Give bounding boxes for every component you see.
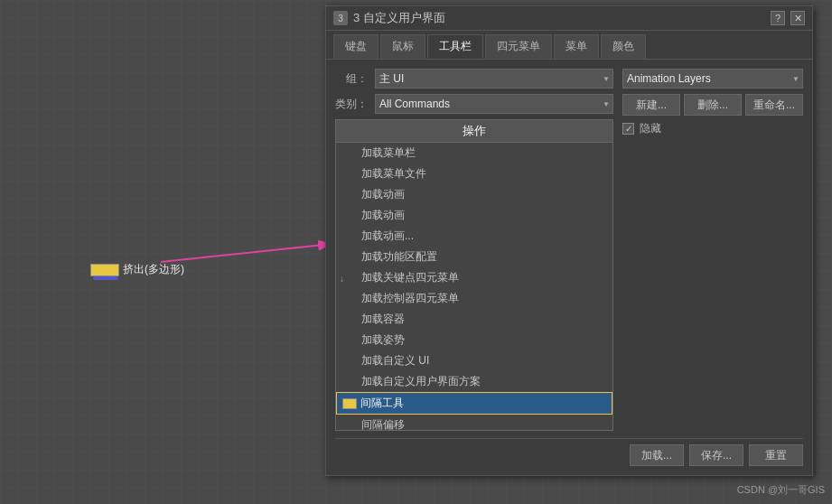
- watermark: CSDN @刘一哥GIS: [737, 483, 825, 497]
- list-item[interactable]: 加载动画...: [336, 226, 612, 247]
- tab-color[interactable]: 颜色: [601, 34, 646, 59]
- save-button[interactable]: 保存...: [689, 444, 743, 466]
- tab-keyboard[interactable]: 键盘: [333, 34, 379, 59]
- list-item[interactable]: 加载自定义用户界面方案: [336, 371, 612, 392]
- tab-quad-menu[interactable]: 四元菜单: [485, 34, 552, 59]
- category-label: 类别：: [335, 97, 368, 112]
- list-item[interactable]: 加载动画: [336, 184, 612, 205]
- reset-button[interactable]: 重置: [749, 444, 803, 466]
- tab-menu[interactable]: 菜单: [554, 34, 599, 59]
- close-button[interactable]: ✕: [790, 11, 805, 25]
- list-item[interactable]: 加载菜单文件: [336, 163, 612, 184]
- commands-list[interactable]: 加载菜单栏 加载菜单文件 加载动画 加载动画 加载动画... 加载功能区配置 ↓…: [335, 142, 613, 431]
- left-column: 组： 主 UI 类别： All Commands: [335, 69, 613, 431]
- list-item[interactable]: 加载自定义 UI: [336, 350, 612, 371]
- group-select[interactable]: 主 UI: [375, 69, 613, 89]
- load-button[interactable]: 加载...: [630, 444, 684, 466]
- anim-layers-select-wrapper: Animation Layers: [622, 69, 803, 89]
- dialog-icon: 3: [333, 11, 348, 25]
- list-item[interactable]: 加载菜单栏: [336, 143, 612, 163]
- right-column: Animation Layers 新建... 删除... 重命名... 隐藏: [622, 69, 803, 431]
- list-item[interactable]: 加载容器: [336, 309, 612, 330]
- list-item[interactable]: 加载姿势: [336, 330, 612, 350]
- title-bar-left: 3 3 自定义用户界面: [333, 10, 445, 26]
- tab-bar: 键盘 鼠标 工具栏 四元菜单 菜单 颜色: [326, 31, 812, 60]
- rename-button[interactable]: 重命名...: [745, 94, 803, 116]
- dialog-title: 3 自定义用户界面: [353, 10, 445, 26]
- bottom-bar: 加载... 保存... 重置: [335, 438, 803, 466]
- list-item[interactable]: ↓ 加载关键点四元菜单: [336, 267, 612, 288]
- list-item-selected[interactable]: 间隔工具: [336, 392, 612, 415]
- node-text: 挤出(多边形): [123, 262, 184, 277]
- help-button[interactable]: ?: [771, 11, 785, 25]
- commands-header: 操作: [335, 119, 613, 142]
- anim-layers-select[interactable]: Animation Layers: [622, 69, 803, 89]
- list-item[interactable]: 加载功能区配置: [336, 247, 612, 267]
- node-icon: [90, 264, 119, 276]
- hide-label: 隐藏: [640, 121, 661, 136]
- category-select[interactable]: All Commands: [375, 94, 613, 114]
- group-label: 组：: [335, 71, 368, 87]
- group-row: 组： 主 UI: [335, 69, 613, 89]
- hide-row: 隐藏: [622, 121, 803, 136]
- hide-checkbox[interactable]: [622, 123, 634, 135]
- title-bar-controls: ? ✕: [771, 11, 805, 25]
- dialog: 3 3 自定义用户界面 ? ✕ 键盘 鼠标 工具栏 四元菜单 菜单 颜色 组：: [325, 5, 813, 476]
- tab-toolbar[interactable]: 工具栏: [427, 34, 483, 59]
- list-item[interactable]: 加载控制器四元菜单: [336, 288, 612, 309]
- title-bar: 3 3 自定义用户界面 ? ✕: [326, 6, 812, 31]
- group-select-wrapper: 主 UI: [375, 69, 613, 89]
- node-label: 挤出(多边形): [90, 262, 184, 277]
- new-delete-rename-row: 新建... 删除... 重命名...: [622, 94, 803, 116]
- tab-mouse[interactable]: 鼠标: [380, 34, 425, 59]
- category-row: 类别： All Commands: [335, 94, 613, 114]
- new-button[interactable]: 新建...: [622, 94, 680, 116]
- delete-button[interactable]: 删除...: [684, 94, 742, 116]
- list-item[interactable]: 间隔偏移: [336, 415, 612, 431]
- category-select-wrapper: All Commands: [375, 94, 613, 114]
- list-item[interactable]: 加载动画: [336, 205, 612, 226]
- dialog-content: 组： 主 UI 类别： All Commands: [326, 60, 812, 475]
